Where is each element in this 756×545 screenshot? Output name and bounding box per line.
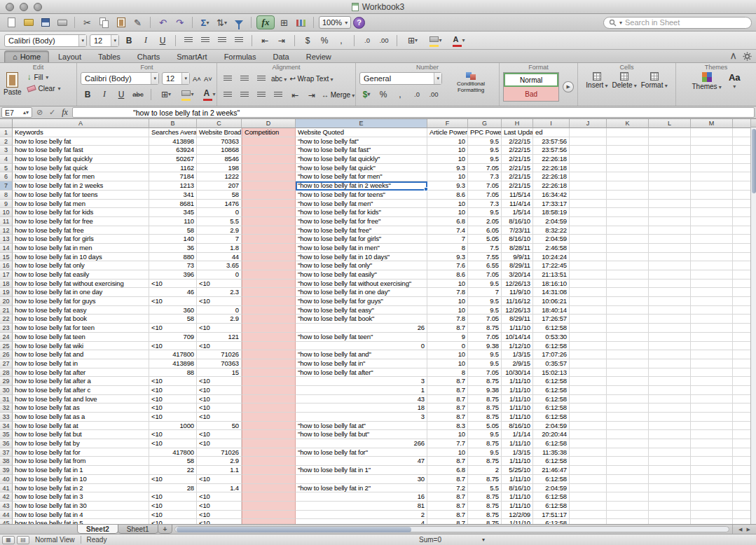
- cell-D39[interactable]: [242, 466, 296, 475]
- cell-E15[interactable]: "how to lose belly fat in 10 days": [296, 253, 427, 262]
- cell-J10[interactable]: [570, 208, 607, 217]
- cell-A37[interactable]: how to lose belly fat for: [13, 448, 149, 457]
- cell-E11[interactable]: "how to lose belly fat for free": [296, 217, 427, 226]
- undo-icon[interactable]: ↶: [156, 15, 170, 29]
- cell-H44[interactable]: 12/2/09: [502, 511, 533, 520]
- tab-smartart[interactable]: SmartArt: [169, 50, 214, 62]
- tab-charts[interactable]: Charts: [130, 50, 167, 62]
- cell-K32[interactable]: [607, 403, 649, 413]
- cell-F41[interactable]: 7.2: [427, 484, 468, 493]
- cell-L15[interactable]: [649, 253, 691, 262]
- cell-H1[interactable]: Last Updat: [502, 128, 533, 137]
- cell-G26[interactable]: 9.5: [468, 350, 502, 359]
- cell-L37[interactable]: [649, 448, 691, 457]
- cell-H9[interactable]: 11/4/14: [502, 200, 533, 209]
- cell-F3[interactable]: 10: [427, 146, 468, 155]
- cell-G22[interactable]: 7.05: [468, 315, 502, 324]
- cell-F45[interactable]: 8.7: [427, 519, 468, 524]
- cell-I4[interactable]: 22:26:18: [533, 155, 570, 164]
- cell-H15[interactable]: 9/9/11: [502, 253, 533, 262]
- row-header-32[interactable]: 32: [0, 403, 13, 413]
- ribbon-decrease-decimal-icon[interactable]: .00: [427, 88, 441, 101]
- cell-J26[interactable]: [570, 350, 607, 359]
- cell-I10[interactable]: 18:58:19: [533, 208, 570, 217]
- cell-I35[interactable]: 20:20:44: [533, 430, 570, 439]
- cell-G2[interactable]: 9.5: [468, 137, 502, 146]
- cell-B39[interactable]: 22: [149, 466, 197, 475]
- cell-F9[interactable]: 10: [427, 200, 468, 209]
- cell-B2[interactable]: 413898: [149, 137, 197, 146]
- cell-E44[interactable]: 2: [296, 511, 427, 520]
- cell-M6[interactable]: [691, 172, 733, 181]
- cell-L26[interactable]: [649, 350, 691, 359]
- cell-J16[interactable]: [570, 261, 607, 270]
- cell-C39[interactable]: 1.1: [197, 466, 242, 475]
- cell-D27[interactable]: [242, 359, 296, 368]
- row-header-22[interactable]: 22: [0, 315, 13, 324]
- cell-C23[interactable]: <10: [197, 324, 242, 333]
- cell-B40[interactable]: <10: [149, 475, 197, 484]
- cell-M30[interactable]: [691, 386, 733, 395]
- cell-K29[interactable]: [607, 377, 649, 386]
- cell-E27[interactable]: "how to lose belly fat in": [296, 359, 427, 368]
- cell-L22[interactable]: [649, 315, 691, 324]
- cell-D40[interactable]: [242, 475, 296, 484]
- cell-H29[interactable]: 1/11/10: [502, 377, 533, 386]
- cell-B27[interactable]: 413898: [149, 359, 197, 368]
- filter-icon[interactable]: [231, 15, 246, 29]
- cell-L7[interactable]: [649, 181, 691, 191]
- cell-B6[interactable]: 7184: [149, 172, 197, 181]
- cell-C41[interactable]: 1.4: [197, 484, 242, 493]
- cell-E23[interactable]: 26: [296, 324, 427, 333]
- cancel-entry-icon[interactable]: ⊘: [34, 108, 45, 117]
- cell-J23[interactable]: [570, 324, 607, 333]
- cell-E10[interactable]: "how to lose belly fat for kids": [296, 208, 427, 217]
- cell-L34[interactable]: [649, 422, 691, 431]
- cell-G41[interactable]: 5.5: [468, 484, 502, 493]
- cell-D10[interactable]: [242, 208, 296, 217]
- cell-D34[interactable]: [242, 422, 296, 431]
- cell-J13[interactable]: [570, 235, 607, 244]
- redo-icon[interactable]: ↷: [172, 15, 187, 29]
- cell-K33[interactable]: [607, 413, 649, 422]
- cell-K14[interactable]: [607, 244, 649, 253]
- cell-G33[interactable]: 8.75: [468, 413, 502, 422]
- cell-G15[interactable]: 7.55: [468, 253, 502, 262]
- cell-C35[interactable]: <10: [197, 430, 242, 439]
- cell-M16[interactable]: [691, 261, 733, 270]
- cell-D3[interactable]: [242, 146, 296, 155]
- cell-J33[interactable]: [570, 413, 607, 422]
- cell-K17[interactable]: [607, 270, 649, 280]
- cell-C29[interactable]: <10: [197, 377, 242, 386]
- cell-F25[interactable]: 0: [427, 342, 468, 351]
- cell-E32[interactable]: 18: [296, 403, 427, 413]
- cell-I33[interactable]: 6:12:58: [533, 413, 570, 422]
- cell-G29[interactable]: 8.75: [468, 377, 502, 386]
- cell-K35[interactable]: [607, 430, 649, 439]
- cell-H34[interactable]: 8/16/10: [502, 422, 533, 431]
- cell-L20[interactable]: [649, 297, 691, 306]
- cell-G43[interactable]: 8.75: [468, 502, 502, 511]
- themes-button[interactable]: Themes ▾: [692, 72, 722, 104]
- cell-M45[interactable]: [691, 519, 733, 524]
- cell-B11[interactable]: 110: [149, 217, 197, 226]
- cell-K1[interactable]: [607, 128, 649, 137]
- cell-J42[interactable]: [570, 492, 607, 502]
- cell-G1[interactable]: PPC Power: [468, 128, 502, 137]
- cell-E24[interactable]: "how to lose belly fat teen": [296, 333, 427, 342]
- cell-H23[interactable]: 1/11/10: [502, 324, 533, 333]
- cell-H30[interactable]: 1/11/10: [502, 386, 533, 395]
- cell-J34[interactable]: [570, 422, 607, 431]
- cell-A12[interactable]: how to lose belly fat free: [13, 226, 149, 235]
- cell-I5[interactable]: 22:26:18: [533, 164, 570, 173]
- cell-J15[interactable]: [570, 253, 607, 262]
- cell-A7[interactable]: how to lose belly fat in 2 weeks: [13, 181, 149, 191]
- save-icon[interactable]: [38, 15, 53, 29]
- row-header-45[interactable]: 45: [0, 519, 13, 524]
- cell-D18[interactable]: [242, 280, 296, 289]
- borders-select[interactable]: ⊞▾: [403, 34, 422, 47]
- currency-format-button[interactable]: $: [301, 34, 315, 47]
- cell-C38[interactable]: 2.9: [197, 457, 242, 466]
- open-icon[interactable]: [21, 15, 36, 29]
- cell-B42[interactable]: <10: [149, 492, 197, 502]
